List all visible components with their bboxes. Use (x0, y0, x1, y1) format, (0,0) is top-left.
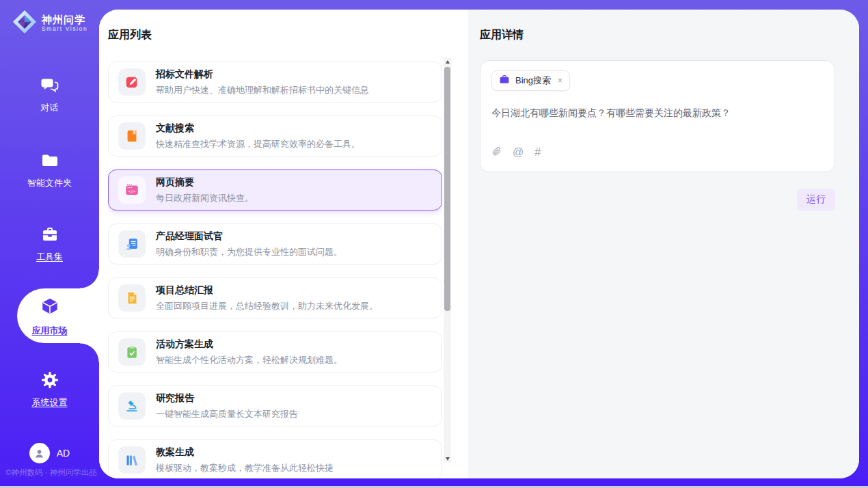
sidebar-item-app-market[interactable]: 应用市场 (0, 297, 99, 337)
sidebar-item-label: 系统设置 (32, 396, 68, 409)
sidebar-item-label: 应用市场 (32, 325, 68, 337)
app-card[interactable]: 研究报告 一键智能生成高质量长文本研究报告 (108, 385, 442, 426)
at-icon[interactable]: @ (513, 147, 524, 158)
sidebar: 神州问学 Smart Vision 对话 智能文件夹 工具集 (0, 0, 99, 488)
scrollbar-up-arrow-icon[interactable] (444, 57, 451, 66)
gear-icon (40, 371, 59, 392)
app-list-title: 应用列表 (108, 28, 468, 42)
sidebar-item-smart-folder[interactable]: 智能文件夹 (0, 152, 99, 189)
app-card-description: 帮助用户快速、准确地理解和解析招标书中的关键信息 (156, 84, 369, 96)
sidebar-item-label: 智能文件夹 (27, 177, 72, 189)
app-card-description: 模板驱动，教案秒成，教学准备从此轻松快捷 (156, 462, 334, 474)
app-card[interactable]: 活动方案生成 智能生成个性化活动方案，轻松解决规划难题。 (108, 331, 442, 372)
sidebar-item-chat[interactable]: 对话 (0, 77, 99, 114)
copyright-text: ©神州数码 · 神州问学出品 (5, 467, 97, 478)
logo-subtitle: Smart Vision (42, 26, 87, 32)
logo-title: 神州问学 (42, 14, 87, 25)
app-card-description: 全面回顾项目进展，总结经验教训，助力未来优化发展。 (156, 300, 378, 312)
app-card[interactable]: 教案生成 模板驱动，教案秒成，教学准备从此轻松快捷 (108, 439, 442, 478)
user-account[interactable]: AD (0, 443, 99, 463)
sidebar-item-label: 对话 (41, 102, 59, 114)
chat-icon (40, 77, 59, 97)
app-card-title: 活动方案生成 (156, 338, 342, 351)
sidebar-item-label: 工具集 (36, 251, 63, 263)
tool-tag-bing-search[interactable]: Bing搜索 × (491, 70, 570, 91)
app-card-description: 快速精准查找学术资源，提高研究效率的必备工具。 (156, 138, 360, 150)
app-list-panel: 应用列表 招标文件解析 帮助用户快速、准确地理解和解析招标书中的关键信息 文献搜… (99, 10, 468, 478)
app-card-description: 智能生成个性化活动方案，轻松解决规划难题。 (156, 354, 342, 366)
app-card-title: 文献搜索 (156, 122, 360, 135)
app-logo: 神州问学 Smart Vision (12, 9, 87, 38)
app-list: 招标文件解析 帮助用户快速、准确地理解和解析招标书中的关键信息 文献搜索 快速精… (108, 62, 442, 478)
app-card-description: 一键智能生成高质量长文本研究报告 (156, 408, 298, 420)
books-icon (118, 446, 146, 474)
bubble-scoop-bottom (80, 343, 99, 362)
folder-icon (40, 152, 59, 172)
tool-tag-label: Bing搜索 (515, 74, 551, 87)
app-card[interactable]: </> 网页摘要 每日政府新闻资讯快查。 (108, 170, 442, 211)
pen-square-icon (118, 68, 146, 96)
clipboard-check-icon (118, 338, 146, 366)
microscope-icon (118, 392, 146, 420)
app-card[interactable]: 项目总结汇报 全面回顾项目进展，总结经验教训，助力未来优化发展。 (108, 277, 442, 318)
document-icon (118, 284, 146, 312)
bottom-accent-strip (0, 478, 868, 486)
web-code-icon: </> (118, 176, 146, 204)
app-card[interactable]: 招标文件解析 帮助用户快速、准确地理解和解析招标书中的关键信息 (108, 62, 442, 103)
attachment-toolbar: @ # (491, 145, 824, 159)
app-card-title: 研究报告 (156, 392, 298, 405)
prompt-card: Bing搜索 × 今日湖北有哪些新闻要点？有哪些需要关注的最新政策？ @ # (480, 60, 835, 172)
interviewer-icon (118, 230, 146, 258)
close-icon[interactable]: × (558, 76, 562, 85)
book-icon (118, 122, 146, 150)
app-card[interactable]: 产品经理面试官 明确身份和职责，为您提供专业性的面试问题。 (108, 223, 442, 265)
bubble-scoop-top (80, 269, 99, 288)
cube-icon (40, 297, 60, 320)
toolbox-icon (40, 226, 59, 246)
hash-icon[interactable]: # (534, 147, 541, 158)
svg-text:</>: </> (128, 189, 136, 193)
app-card[interactable]: 文献搜索 快速精准查找学术资源，提高研究效率的必备工具。 (108, 116, 442, 157)
scrollbar-down-arrow-icon[interactable] (444, 455, 451, 463)
query-input[interactable]: 今日湖北有哪些新闻要点？有哪些需要关注的最新政策？ (491, 107, 824, 120)
sidebar-item-toolset[interactable]: 工具集 (0, 226, 99, 263)
run-button[interactable]: 运行 (797, 189, 835, 211)
logo-diamond-icon (12, 9, 38, 38)
avatar (29, 443, 50, 463)
app-detail-title: 应用详情 (480, 28, 835, 42)
app-card-title: 教案生成 (156, 446, 334, 459)
user-label: AD (57, 448, 70, 459)
sidebar-item-settings[interactable]: 系统设置 (0, 371, 99, 409)
app-card-title: 项目总结汇报 (156, 284, 378, 297)
app-card-description: 明确身份和职责，为您提供专业性的面试问题。 (156, 246, 342, 258)
scrollbar-thumb[interactable] (444, 67, 450, 311)
briefcase-icon (499, 74, 510, 87)
main-panel: 应用列表 招标文件解析 帮助用户快速、准确地理解和解析招标书中的关键信息 文献搜… (99, 10, 859, 478)
app-card-description: 每日政府新闻资讯快查。 (156, 192, 254, 204)
scrollbar[interactable] (444, 57, 451, 463)
app-card-title: 产品经理面试官 (156, 230, 342, 243)
app-card-title: 招标文件解析 (156, 68, 369, 81)
paperclip-icon[interactable] (491, 145, 502, 159)
app-card-title: 网页摘要 (156, 176, 254, 189)
app-detail-panel: 应用详情 Bing搜索 × 今日湖北有哪些新闻要点？有哪些需要关注的最新政策？ (468, 10, 859, 478)
